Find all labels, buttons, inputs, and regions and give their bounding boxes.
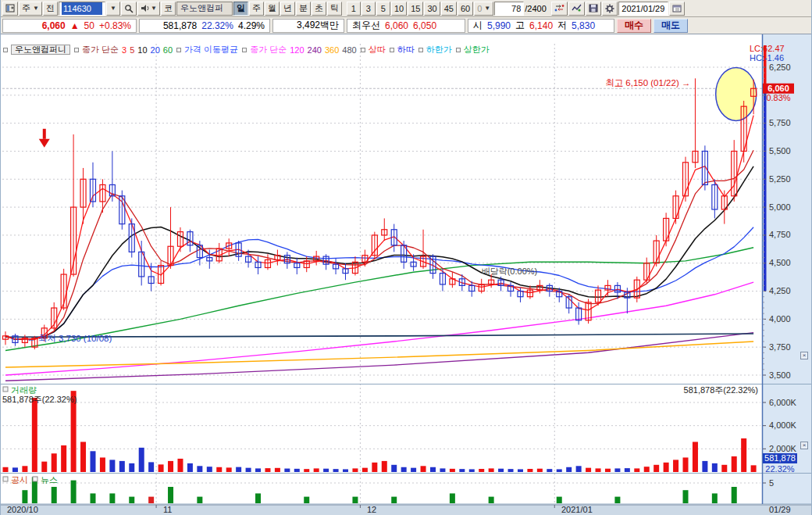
buy-button[interactable]: 매수: [617, 19, 651, 33]
price-tick-label: 4,000: [769, 314, 791, 324]
volume-bar: [527, 469, 532, 472]
code-dropdown-button[interactable]: ▼: [106, 2, 120, 16]
volume-sub-label: 581,878주(22.32%): [2, 395, 77, 404]
volume-tick-label: 6,000K: [769, 398, 797, 407]
minute-button-3[interactable]: 10: [391, 2, 407, 16]
axis-gutter: [762, 34, 812, 504]
price-tick-label: 4,250: [769, 286, 791, 295]
bar-count-input[interactable]: [497, 2, 521, 15]
legend-checkbox[interactable]: [242, 48, 247, 52]
legend-checkbox[interactable]: [3, 48, 8, 52]
price-tick-label: 4,750: [769, 230, 791, 239]
sell-button[interactable]: 매도: [654, 19, 688, 33]
legend-checkbox[interactable]: [390, 48, 394, 52]
price-tick-label: 5,250: [769, 174, 791, 184]
news-pane-close-button[interactable]: ×: [800, 442, 808, 449]
calendar-button[interactable]: [669, 2, 685, 16]
legend-flag-3: 상한가: [464, 44, 490, 55]
news-bar: [391, 497, 397, 503]
cycle-combo[interactable]: 주 ▼: [19, 2, 42, 16]
news-label: 뉴스: [41, 475, 58, 485]
period-button-0[interactable]: 일: [233, 2, 248, 16]
date-label: 12: [367, 505, 376, 514]
volume-bar: [22, 466, 27, 472]
high-price: 6,140: [529, 20, 553, 31]
minute-button-2[interactable]: 5: [376, 2, 390, 16]
period-button-4[interactable]: 분: [296, 2, 311, 16]
compare-button[interactable]: [551, 2, 568, 16]
date-label: 2020/10: [7, 505, 38, 514]
legend-flag-0: 상따: [369, 44, 386, 55]
search-button[interactable]: [121, 2, 137, 16]
legend-ma-short-label: 종가 단순: [82, 44, 119, 55]
minute-button-4[interactable]: 15: [408, 2, 423, 16]
volume-bar: [90, 451, 95, 472]
volume-pane-close-button[interactable]: ×: [800, 352, 808, 359]
legend-ma-3: 3: [122, 45, 126, 55]
news-bar: [352, 497, 358, 503]
trendline-button[interactable]: [568, 2, 585, 16]
minute-button-7[interactable]: 60: [458, 2, 473, 16]
highlight-ellipse: [716, 67, 757, 120]
period-button-2[interactable]: 월: [265, 2, 280, 16]
chevron-down-icon: ▼: [110, 5, 116, 12]
period-button-5[interactable]: 초: [312, 2, 326, 16]
open-label: 시: [473, 19, 483, 32]
save-icon: [589, 4, 598, 13]
news-bar: [168, 487, 173, 503]
legend-checkbox[interactable]: [418, 48, 423, 52]
current-volume-marker: 581,87822.32%: [763, 453, 797, 474]
save-button[interactable]: [586, 2, 601, 16]
prev-stock-button[interactable]: 전: [43, 2, 58, 16]
volume-bar: [148, 462, 154, 472]
compare-arrows-icon: [554, 4, 564, 13]
stock-code-input[interactable]: [62, 2, 102, 15]
news-bar: [90, 493, 95, 503]
legend-checkbox[interactable]: [176, 48, 181, 52]
volume-bar: [489, 468, 494, 472]
volume-bar: [721, 465, 727, 472]
period-button-6[interactable]: 틱: [327, 2, 342, 16]
gongsi-label: 공시: [11, 475, 28, 485]
volume-right-label: 581,878주(22.32%): [684, 385, 758, 395]
bar-total-label: /2400: [525, 4, 547, 13]
volume-bar: [479, 469, 484, 472]
news-bar: [52, 487, 57, 503]
volume-bar: [226, 467, 232, 472]
stock-name-field[interactable]: 우노앤컴퍼: [176, 2, 233, 16]
chart-area[interactable]: 6,2505,7505,5005,2505,0004,7504,5004,250…: [1, 34, 812, 515]
volume-bar: [654, 465, 659, 472]
minute-button-1[interactable]: 3: [361, 2, 376, 16]
minute-button-5[interactable]: 30: [424, 2, 440, 16]
legend-ma-480: 480: [342, 45, 356, 55]
volume-bar: [109, 460, 115, 472]
volume-bar: [236, 467, 241, 472]
current-volume-percent: 22.32%: [765, 464, 795, 474]
tick-count-combo[interactable]: 0 ▼: [474, 2, 493, 16]
up-arrow-icon: ▲: [70, 20, 80, 31]
volume-bar: [614, 468, 620, 472]
legend-ma-5: 5: [130, 45, 134, 55]
period-button-1[interactable]: 주: [249, 2, 264, 16]
volume-bar: [450, 469, 455, 472]
speaker-icon: [141, 4, 151, 13]
volume-bar: [32, 398, 37, 472]
volume-bar: [673, 460, 678, 472]
volume-bar: [751, 465, 757, 472]
legend-stock-name[interactable]: 우노앤컴퍼니: [11, 45, 70, 55]
legend-checkbox[interactable]: [74, 48, 79, 52]
legend-checkbox[interactable]: [361, 48, 365, 52]
chart-window-icon[interactable]: [2, 2, 18, 16]
news-bar: [71, 481, 77, 503]
sound-button[interactable]: ▼: [137, 2, 160, 16]
volume-bar: [683, 457, 689, 472]
price-tick-label: 3,750: [769, 342, 791, 352]
minute-button-6[interactable]: 45: [441, 2, 457, 16]
date-field[interactable]: 2021/01/29: [618, 2, 668, 16]
volume-bar: [265, 468, 270, 472]
minute-button-0[interactable]: 1: [347, 2, 361, 16]
legend-checkbox[interactable]: [456, 48, 461, 52]
period-button-3[interactable]: 년: [280, 2, 295, 16]
volume-bar: [518, 469, 523, 472]
settings-button[interactable]: [602, 2, 618, 16]
